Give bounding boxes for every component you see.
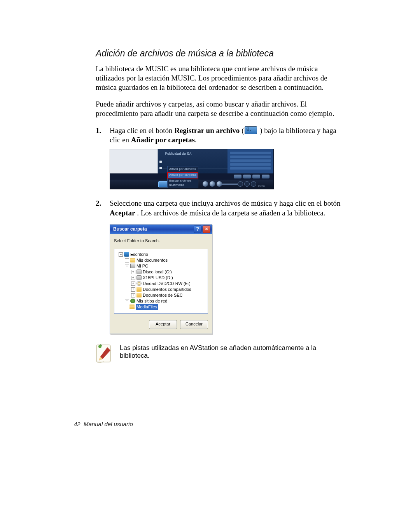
close-button[interactable]: × <box>203 226 210 233</box>
folder-icon <box>130 258 135 262</box>
step-2-text-post: . Los archivos de música de la carpeta s… <box>137 209 325 217</box>
collapse-icon[interactable]: − <box>119 252 123 257</box>
player-menu-label: menu <box>258 184 265 188</box>
register-file-icon <box>245 126 257 134</box>
intro-paragraph-2: Puede añadir archivos y carpetas, así co… <box>96 100 342 118</box>
step-1-number: 1. <box>96 126 101 136</box>
tree-item-diskd[interactable]: +X15PLUSD (D:) <box>116 275 206 281</box>
dialog-title: Buscar carpeta <box>113 226 192 233</box>
play-control-icon[interactable] <box>203 181 208 187</box>
dropdown-item-add-by-folders[interactable]: Añadir por carpetas <box>168 172 198 178</box>
expand-icon[interactable]: + <box>131 270 135 274</box>
player-small-button[interactable] <box>262 175 270 178</box>
note-text: Las pistas utilizadas en AVStation se añ… <box>120 343 342 360</box>
register-file-button[interactable] <box>158 181 168 187</box>
progress-slider[interactable] <box>221 184 238 185</box>
intro-paragraph-1: La biblioteca de MUSIC es una biblioteca… <box>96 64 342 92</box>
player-small-button[interactable] <box>234 175 242 178</box>
dvd-icon <box>136 281 142 286</box>
shared-folder-icon <box>136 287 142 292</box>
collapse-icon[interactable]: − <box>125 264 129 268</box>
accept-button[interactable]: Aceptar <box>149 320 177 329</box>
step-1-add-by-folders-label: Añadir por carpetas <box>131 136 195 144</box>
tree-item-shared[interactable]: +Documentos compartidos <box>116 287 206 292</box>
dropdown-item-add-by-files[interactable]: Añadir por archivos <box>168 166 198 172</box>
expand-icon[interactable]: + <box>131 287 135 292</box>
disk-icon <box>136 275 142 280</box>
step-1: 1. Haga clic en el botón Registrar un ar… <box>96 126 342 189</box>
tree-item-dvd[interactable]: +Unidad DVD/CD-RW (E:) <box>116 281 206 287</box>
folder-tree[interactable]: −Escritorio +Mis documentos −Mi PC +Disc… <box>114 249 208 314</box>
tree-item-network[interactable]: +Mis sitios de red <box>116 298 206 304</box>
player-small-button[interactable] <box>243 175 251 178</box>
dialog-button-row: Aceptar Cancelar <box>110 317 212 334</box>
step-2-number: 2. <box>96 199 101 208</box>
step-2-accept-label: Aceptar <box>110 209 135 217</box>
expand-icon[interactable]: + <box>131 282 135 286</box>
step-1-text-pre: Haga clic en el botón <box>110 126 174 135</box>
tree-item-diskc[interactable]: +Disco local (C:) <box>116 269 206 275</box>
tree-item-desktop[interactable]: −Escritorio <box>116 252 206 257</box>
tree-item-sec[interactable]: +Documentos de SEC <box>116 292 206 298</box>
dialog-subtitle: Select Folder to Search. <box>110 234 212 245</box>
round-control-icon[interactable] <box>244 181 250 187</box>
page-number: 42 <box>74 421 80 427</box>
media-player-screenshot: Publicidad de SA <box>110 149 274 189</box>
player-left-panel <box>110 149 158 173</box>
network-icon <box>130 299 135 303</box>
step-1-text-mid: ( <box>242 126 244 135</box>
tree-item-mediafiles[interactable]: MediaFiles <box>116 304 206 310</box>
round-control-icon[interactable] <box>238 181 243 187</box>
step-1-register-file-label: Registrar un archivo <box>174 126 240 135</box>
desktop-icon <box>124 252 129 257</box>
pc-icon <box>130 264 135 268</box>
note-block: Las pistas utilizadas en AVStation se añ… <box>96 343 342 364</box>
register-file-dropdown: Añadir por archivos Añadir por carpetas … <box>167 166 198 189</box>
round-control-icon[interactable] <box>251 181 256 187</box>
player-playlist-panel <box>228 149 273 173</box>
disk-icon <box>136 269 142 274</box>
tree-item-mydocs[interactable]: +Mis documentos <box>116 257 206 263</box>
shared-folder-icon <box>136 293 142 297</box>
step-1-tail: . <box>195 136 197 144</box>
tree-item-mypc[interactable]: −Mi PC <box>116 263 206 269</box>
steps-list: 1. Haga clic en el botón Registrar un ar… <box>96 126 342 334</box>
expand-icon[interactable]: + <box>131 276 135 280</box>
browse-folder-dialog: Buscar carpeta ? × Select Folder to Sear… <box>110 224 212 334</box>
dialog-titlebar[interactable]: Buscar carpeta ? × <box>110 225 212 234</box>
dropdown-item-search-media[interactable]: Buscar archivos multimedia <box>168 178 198 188</box>
cancel-button[interactable]: Cancelar <box>180 320 208 329</box>
step-2-text-pre: Seleccione una carpeta que incluya archi… <box>110 199 341 207</box>
player-track-label: Publicidad de SA <box>165 152 192 156</box>
folder-icon <box>130 304 135 309</box>
manual-page: Adición de archivos de música a la bibli… <box>0 0 420 509</box>
player-small-button[interactable] <box>252 175 260 178</box>
footer-label: Manual del usuario <box>84 421 133 427</box>
help-button[interactable]: ? <box>194 226 201 233</box>
svg-point-0 <box>98 345 102 348</box>
play-control-icon[interactable] <box>210 181 215 187</box>
section-heading: Adición de archivos de música a la bibli… <box>96 48 342 59</box>
step-2: 2. Seleccione una carpeta que incluya ar… <box>96 199 342 334</box>
expand-icon[interactable]: + <box>131 293 135 297</box>
page-footer: 42 Manual del usuario <box>74 421 133 427</box>
expand-icon[interactable]: + <box>125 299 129 303</box>
note-pencil-icon <box>96 343 113 364</box>
expand-icon[interactable]: + <box>125 258 129 262</box>
